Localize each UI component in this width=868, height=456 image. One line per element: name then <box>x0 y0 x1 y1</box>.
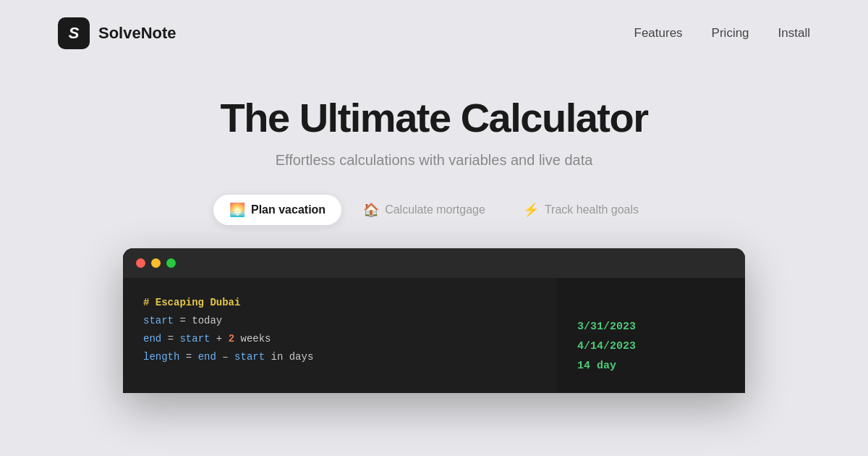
code-var-end-ref: end <box>198 351 216 363</box>
logo-area: S SolveNote <box>58 17 176 49</box>
code-var-start-ref: start <box>179 333 210 345</box>
nav-link-install[interactable]: Install <box>778 26 810 41</box>
code-op-plus: + <box>216 333 229 345</box>
nav-link-features[interactable]: Features <box>634 26 683 41</box>
window-maximize-dot <box>166 258 176 268</box>
nav-link-pricing[interactable]: Pricing <box>712 26 749 41</box>
demo-window: # Escaping Dubai start = today end = sta… <box>123 248 745 393</box>
tab-track-health[interactable]: ⚡ Track health goals <box>507 195 655 225</box>
window-content: # Escaping Dubai start = today end = sta… <box>123 278 745 392</box>
logo-text: SolveNote <box>98 24 176 43</box>
code-in-days: in days <box>271 351 314 363</box>
code-var-start-ref2: start <box>234 351 265 363</box>
window-close-dot <box>136 258 145 268</box>
hero-subtitle: Effortless calculations with variables a… <box>0 152 868 169</box>
result-panel: 3/31/2023 4/14/2023 14 day <box>557 278 745 392</box>
code-var-length: length <box>143 351 179 363</box>
result-end-date: 4/14/2023 <box>577 337 725 356</box>
result-start-date: 3/31/2023 <box>577 317 725 337</box>
code-var-start: start <box>143 315 174 326</box>
code-line-comment: # Escaping Dubai <box>143 294 537 312</box>
code-op-minus: – <box>222 351 234 363</box>
code-op-2: = <box>168 333 180 345</box>
code-panel: # Escaping Dubai start = today end = sta… <box>123 278 557 392</box>
tab-plan-vacation[interactable]: 🌅 Plan vacation <box>213 195 341 225</box>
code-comment: # Escaping Dubai <box>143 297 240 308</box>
code-op-3: = <box>186 351 198 363</box>
code-line-end: end = start + 2 weeks <box>143 330 537 348</box>
code-line-start: start = today <box>143 312 537 330</box>
code-line-length: length = end – start in days <box>143 348 537 366</box>
tab-plan-vacation-label: Plan vacation <box>251 203 326 216</box>
code-number-2: 2 <box>229 333 234 345</box>
track-health-icon: ⚡ <box>523 202 539 218</box>
tab-calculate-mortgage-label: Calculate mortgage <box>385 203 485 216</box>
tab-track-health-label: Track health goals <box>545 203 639 216</box>
hero-section: The Ultimate Calculator Effortless calcu… <box>0 67 868 195</box>
code-weeks: weeks <box>240 333 271 345</box>
code-today: today <box>192 315 222 326</box>
navigation: S SolveNote Features Pricing Install <box>0 0 868 67</box>
result-length: 14 day <box>577 356 725 376</box>
window-minimize-dot <box>151 258 161 268</box>
window-titlebar <box>123 248 745 278</box>
tab-calculate-mortgage[interactable]: 🏠 Calculate mortgage <box>347 195 501 225</box>
nav-links: Features Pricing Install <box>634 26 810 41</box>
code-var-end: end <box>143 333 161 345</box>
plan-vacation-icon: 🌅 <box>229 202 245 218</box>
code-op-1: = <box>179 315 192 326</box>
calculate-mortgage-icon: 🏠 <box>363 202 379 218</box>
hero-title: The Ultimate Calculator <box>0 96 868 140</box>
tabs-bar: 🌅 Plan vacation 🏠 Calculate mortgage ⚡ T… <box>0 195 868 225</box>
logo-icon: S <box>58 17 90 49</box>
